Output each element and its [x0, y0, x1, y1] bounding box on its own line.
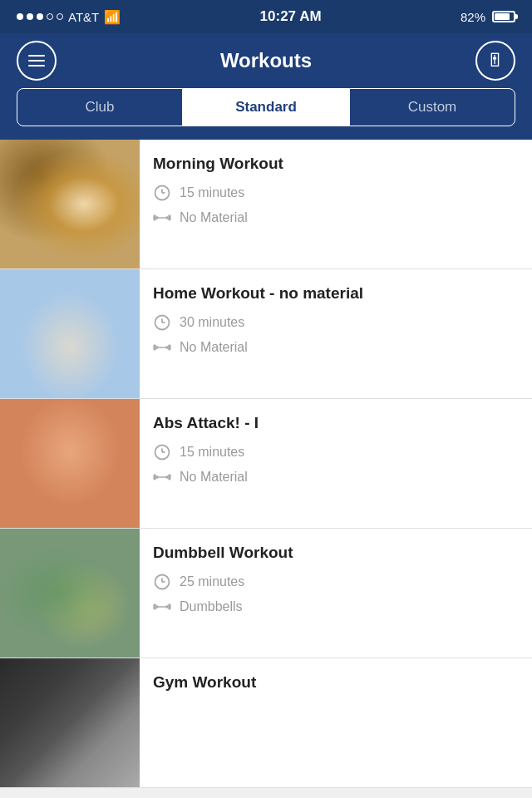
workout-thumbnail	[0, 269, 140, 398]
tabs-bar: Club Standard Custom	[0, 88, 532, 140]
workout-meta: 30 minutes No Material	[153, 313, 519, 357]
signal-dot-4	[47, 13, 53, 20]
workout-name: Home Workout - no material	[153, 284, 519, 303]
battery-shell	[492, 11, 515, 22]
clock-icon	[153, 313, 171, 332]
tab-club[interactable]: Club	[17, 88, 183, 126]
signal-dot-1	[17, 13, 23, 20]
material-text: Dumbbells	[180, 599, 243, 614]
clock-icon	[153, 184, 171, 202]
material-row: No Material	[153, 468, 519, 486]
workout-name: Abs Attack! - I	[153, 414, 519, 433]
equipment-icon	[153, 338, 171, 357]
workout-name: Morning Workout	[153, 155, 519, 174]
workout-item[interactable]: Morning Workout 15 minutes No Material	[0, 140, 532, 269]
equipment-icon	[153, 468, 171, 486]
workout-meta: 15 minutes No Material	[153, 443, 519, 486]
duration-text: 15 minutes	[180, 445, 244, 460]
duration-row: 15 minutes	[153, 184, 519, 202]
equipment-icon	[153, 598, 171, 616]
carrier-name: AT&T	[68, 10, 99, 24]
svg-rect-6	[166, 216, 169, 219]
svg-rect-7	[168, 214, 170, 220]
workout-name: Gym Workout	[153, 673, 519, 692]
workout-info: Morning Workout 15 minutes No Material	[140, 140, 532, 268]
workout-item[interactable]: Home Workout - no material 30 minutes No…	[0, 269, 532, 399]
signal-dot-5	[57, 13, 63, 20]
status-bar: AT&T 📶 10:27 AM 82%	[0, 0, 532, 33]
svg-rect-3	[153, 214, 155, 220]
duration-text: 15 minutes	[180, 185, 244, 200]
material-text: No Material	[180, 340, 248, 355]
battery-percent: 82%	[461, 10, 485, 24]
battery-fill	[495, 13, 510, 20]
battery-icon	[492, 11, 515, 22]
workout-info: Dumbbell Workout 25 minutes Dumbbells	[140, 529, 532, 658]
hamburger-icon	[28, 55, 45, 66]
workout-meta: 15 minutes No Material	[153, 184, 519, 227]
signal-dot-2	[27, 13, 33, 20]
status-right: 82%	[461, 10, 515, 24]
workout-info: Gym Workout	[140, 658, 532, 787]
workout-thumbnail	[0, 658, 140, 787]
workout-item[interactable]: Dumbbell Workout 25 minutes Dumbbells	[0, 529, 532, 658]
page-title: Workouts	[220, 49, 312, 72]
clock-icon	[153, 443, 171, 461]
workout-thumbnail	[0, 529, 140, 658]
material-row: Dumbbells	[153, 598, 519, 616]
wifi-icon: 📶	[104, 9, 121, 25]
filter-icon: 🎚	[486, 50, 505, 71]
workout-list: Morning Workout 15 minutes No MaterialHo…	[0, 140, 532, 788]
menu-button[interactable]	[17, 41, 57, 81]
workout-name: Dumbbell Workout	[153, 544, 519, 563]
workout-thumbnail	[0, 399, 140, 528]
tab-standard[interactable]: Standard	[183, 88, 349, 126]
clock-icon	[153, 573, 171, 591]
workout-info: Abs Attack! - I 15 minutes No Material	[140, 399, 532, 528]
signal-dot-3	[37, 13, 43, 20]
svg-rect-14	[166, 346, 169, 348]
material-text: No Material	[180, 210, 248, 225]
duration-row: 25 minutes	[153, 573, 519, 591]
workout-meta: 25 minutes Dumbbells	[153, 573, 519, 616]
duration-row: 15 minutes	[153, 443, 519, 461]
material-text: No Material	[180, 470, 248, 485]
filter-button[interactable]: 🎚	[475, 41, 515, 81]
status-time: 10:27 AM	[260, 8, 322, 25]
duration-row: 30 minutes	[153, 313, 519, 332]
material-row: No Material	[153, 338, 519, 357]
duration-text: 25 minutes	[180, 574, 244, 589]
app-header: Workouts 🎚	[0, 33, 532, 88]
svg-rect-30	[166, 605, 169, 608]
status-left: AT&T 📶	[17, 9, 121, 25]
svg-rect-22	[166, 475, 169, 478]
duration-text: 30 minutes	[180, 315, 244, 330]
workout-item[interactable]: Gym Workout	[0, 658, 532, 788]
material-row: No Material	[153, 209, 519, 227]
svg-rect-19	[153, 474, 155, 480]
workout-info: Home Workout - no material 30 minutes No…	[140, 269, 532, 398]
signal-strength	[17, 13, 63, 20]
tab-custom[interactable]: Custom	[349, 88, 515, 126]
workout-thumbnail	[0, 140, 140, 268]
svg-rect-31	[168, 603, 170, 609]
svg-rect-15	[168, 344, 170, 350]
svg-rect-11	[153, 344, 155, 350]
svg-rect-27	[153, 603, 155, 609]
equipment-icon	[153, 209, 171, 227]
workout-item[interactable]: Abs Attack! - I 15 minutes No Material	[0, 399, 532, 529]
svg-rect-23	[168, 474, 170, 480]
